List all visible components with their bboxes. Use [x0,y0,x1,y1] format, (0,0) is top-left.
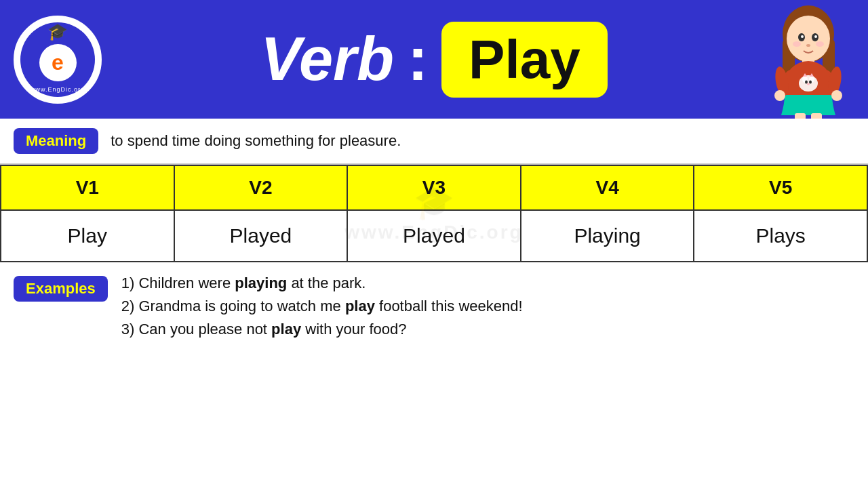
example-item-1: 1) Children were playing at the park. [121,274,523,292]
example-2-bold: play [345,298,375,314]
examples-list: 1) Children were playing at the park. 2)… [121,274,523,338]
examples-section: Examples 1) Children were playing at the… [0,262,868,350]
table-header-row: V1 V2 V3 V4 V5 [1,165,867,210]
meaning-text: to spend time doing something for pleasu… [111,132,401,150]
header: 🎓 e www.EngDic.org Verb : Play [0,0,868,119]
svg-point-7 [814,35,817,38]
svg-point-24 [774,90,785,101]
val-v5: Plays [694,210,867,262]
svg-point-25 [831,90,842,101]
logo-e-letter: e [52,50,64,75]
val-v1: Play [1,210,174,262]
logo-url: www.EngDic.org [31,86,85,93]
svg-point-20 [809,81,812,84]
meaning-row: Meaning to spend time doing something fo… [0,119,868,165]
val-v2: Played [174,210,348,262]
svg-point-9 [816,41,824,47]
example-3-bold: play [271,321,301,338]
example-1-prefix: 1) Children were [121,274,235,291]
example-2-prefix: 2) Grandma is going to watch me [121,298,345,314]
svg-rect-26 [795,113,806,119]
svg-point-8 [793,41,801,47]
examples-badge: Examples [14,276,108,302]
svg-point-10 [806,44,810,47]
col-v4: V4 [521,165,694,210]
val-v3: Played [347,210,521,262]
svg-point-3 [787,16,830,62]
svg-point-21 [807,83,810,85]
svg-point-6 [801,35,804,38]
logo-cap: 🎓 [47,22,68,41]
example-item-2: 2) Grandma is going to watch me play foo… [121,298,523,315]
meaning-badge: Meaning [14,128,98,154]
svg-rect-27 [811,113,822,119]
col-v3: V3 [347,165,521,210]
example-3-prefix: 3) Can you please not [121,321,271,338]
verb-table: V1 V2 V3 V4 V5 Play Played Played Playin… [0,165,868,262]
col-v1: V1 [1,165,174,210]
col-v5: V5 [694,165,867,210]
example-item-3: 3) Can you please not play with your foo… [121,321,523,338]
col-v2: V2 [174,165,348,210]
val-v4: Playing [521,210,694,262]
logo: 🎓 e www.EngDic.org [14,16,102,104]
logo-e-circle: e [39,44,77,81]
play-badge: Play [441,22,608,98]
example-3-suffix: with your food? [301,321,406,338]
example-1-bold: playing [235,274,287,291]
example-1-suffix: at the park. [287,274,366,291]
example-2-suffix: football this weekend! [375,298,523,314]
play-word: Play [469,28,580,91]
verb-table-wrapper: V1 V2 V3 V4 V5 Play Played Played Playin… [0,165,868,262]
character-illustration [756,0,861,119]
header-title: Verb : Play [260,22,607,98]
colon: : [408,24,428,94]
verb-label: Verb [260,24,394,94]
svg-point-19 [805,81,808,84]
table-data-row: Play Played Played Playing Plays [1,210,867,262]
